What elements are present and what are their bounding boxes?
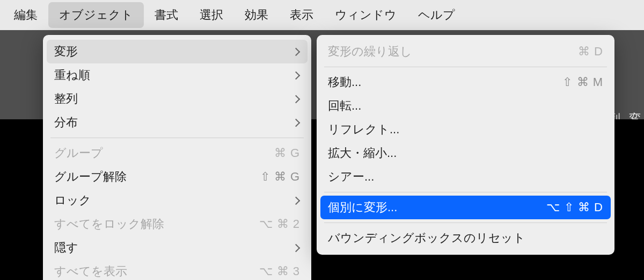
menu-object-separator [50,138,304,138]
menu-item-right [293,245,300,251]
menu-item-label: ロック [54,192,91,209]
menu-object-item: すべてを表示⌥ ⌘ 3 [47,260,308,280]
chevron-right-icon [292,71,301,80]
menu-transform-item[interactable]: シアー... [320,165,611,189]
menu-item-right: ⌥ ⇧ ⌘ D [546,200,603,214]
menu-object-item[interactable]: 整列 [47,87,308,111]
menu-item-label: 分布 [54,114,78,131]
menu-item-label: 整列 [54,91,78,107]
chevron-right-icon [292,196,301,205]
menu-item-right [293,49,300,55]
menu-item-shortcut: ⌥ ⌘ 3 [259,264,300,278]
chevron-right-icon [292,118,301,127]
menu-item-shortcut: ⌥ ⌘ 2 [259,217,300,231]
menu-item-right [293,96,300,102]
chevron-right-icon [292,243,301,252]
menu-transform-submenu: 変形の繰り返し⌘ D移動...⇧ ⌘ M回転...リフレクト...拡大・縮小..… [317,35,614,255]
menu-item-shortcut: ⇧ ⌘ M [562,75,603,89]
menu-transform-item[interactable]: 移動...⇧ ⌘ M [320,70,611,94]
menu-transform-separator [324,67,607,67]
menu-transform-item: 変形の繰り返し⌘ D [320,40,611,63]
menu-item-label: 拡大・縮小... [328,145,397,161]
menu-transform-item[interactable]: 拡大・縮小... [320,141,611,165]
menu-item-shortcut: ⌘ D [578,45,603,59]
menu-transform-separator [324,222,607,223]
menu-object-item[interactable]: 重ね順 [47,63,308,87]
menu-item-label: リフレクト... [328,121,399,138]
menubar-item-5[interactable]: 表示 [279,2,324,28]
menu-transform-item[interactable]: リフレクト... [320,118,611,141]
menubar-item-7[interactable]: ヘルプ [407,2,466,28]
menu-item-label: 個別に変形... [328,199,397,216]
menu-item-right: ⇧ ⌘ M [562,75,603,89]
menu-object-item[interactable]: 隠す [47,236,308,260]
menu-item-label: バウンディングボックスのリセット [328,230,525,246]
menu-object-item[interactable]: 分布 [47,111,308,134]
menu-object-item[interactable]: 変形 [47,40,308,63]
menu-item-label: 隠す [54,240,78,256]
menu-object-item[interactable]: ロック [47,189,308,212]
menu-item-label: 変形の繰り返し [328,44,412,60]
menu-item-label: 重ね順 [54,67,90,83]
menu-item-right [293,198,300,204]
menu-item-right: ⌥ ⌘ 3 [259,264,300,278]
menu-object-item: グループ⌘ G [47,141,308,165]
chevron-right-icon [292,47,301,56]
menu-item-label: 変形 [54,44,78,60]
menu-object-item: すべてをロック解除⌥ ⌘ 2 [47,212,308,236]
menubar-item-6[interactable]: ウィンドウ [324,2,407,28]
menu-item-label: すべてを表示 [54,263,127,279]
menu-item-label: 移動... [328,74,361,90]
menubar-item-0[interactable]: 編集 [3,2,48,28]
menu-transform-item[interactable]: 個別に変形...⌥ ⇧ ⌘ D [320,196,611,219]
menu-item-right: ⌘ D [578,45,603,59]
menu-item-right: ⇧ ⌘ G [260,170,300,184]
menu-transform-item[interactable]: 回転... [320,94,611,118]
menubar-item-2[interactable]: 書式 [144,2,189,28]
menu-item-label: グループ解除 [54,169,127,185]
menubar-item-4[interactable]: 効果 [234,2,279,28]
menu-item-right: ⌘ G [274,146,300,160]
menu-item-shortcut: ⇧ ⌘ G [260,170,300,184]
menu-item-label: グループ [54,145,103,161]
menubar: 編集オブジェクト書式選択効果表示ウィンドウヘルプ [0,0,644,30]
menu-item-label: シアー... [328,169,374,185]
menu-transform-separator [324,192,607,192]
menu-item-right: ⌥ ⌘ 2 [259,217,300,231]
menubar-item-3[interactable]: 選択 [189,2,234,28]
menu-item-label: 回転... [328,98,361,114]
menubar-item-1[interactable]: オブジェクト [48,2,144,28]
menu-transform-item[interactable]: バウンディングボックスのリセット [320,226,611,250]
menu-item-right [293,73,300,78]
menu-item-label: すべてをロック解除 [54,216,164,232]
menu-item-right [293,120,300,126]
menu-item-shortcut: ⌥ ⇧ ⌘ D [546,200,603,214]
chevron-right-icon [292,95,301,103]
menu-object: 変形重ね順整列分布グループ⌘ Gグループ解除⇧ ⌘ Gロックすべてをロック解除⌥… [43,35,311,280]
menu-item-shortcut: ⌘ G [274,146,300,160]
menu-object-item[interactable]: グループ解除⇧ ⌘ G [47,165,308,189]
